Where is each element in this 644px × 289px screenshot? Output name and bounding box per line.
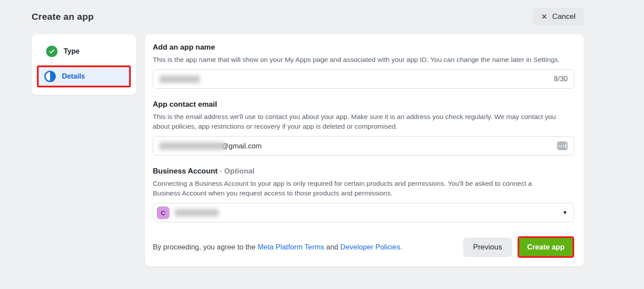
chevron-down-icon: ▼ [562,210,568,216]
half-circle-progress-icon [44,71,56,82]
app-name-section: Add an app name This is the app name tha… [153,43,574,89]
contact-email-input[interactable]: @gmail.com [153,136,574,155]
agreement-prefix: By proceeding, you agree to the [153,243,258,251]
business-account-title-text: Business Account [153,167,218,175]
app-name-redacted-value [159,76,200,83]
steps-sidebar: Type Details [32,34,136,95]
autofill-manager-icon[interactable] [557,141,568,150]
developer-policies-link[interactable]: Developer Policies. [340,243,402,251]
details-form-card: Add an app name This is the app name tha… [145,34,584,267]
meta-platform-terms-link[interactable]: Meta Platform Terms [258,243,324,251]
content-area: Type Details Add an app name This is the… [0,25,644,267]
check-icon [46,46,58,57]
step-details-label: Details [62,72,85,80]
annotation-box-details: Details [37,65,131,87]
app-name-char-counter: 8/30 [554,75,568,83]
step-details[interactable]: Details [39,67,129,86]
agreement-middle: and [324,243,340,251]
create-app-button[interactable]: Create app [519,238,572,256]
email-visible-suffix: @gmail.com [221,142,262,150]
business-account-section: Business Account · Optional Connecting a… [153,167,574,222]
step-type[interactable]: Type [37,46,131,57]
business-account-avatar: C [157,206,169,219]
app-name-description: This is the app name that will show on y… [153,55,574,65]
business-account-optional-label: · Optional [219,167,254,175]
business-account-select[interactable]: C ▼ [153,203,574,222]
top-bar: Create an app ✕ Cancel [0,0,644,25]
app-name-title: Add an app name [153,43,574,52]
previous-button[interactable]: Previous [463,238,512,257]
create-app-page: Create an app ✕ Cancel Type Details [0,0,644,289]
business-account-title: Business Account · Optional [153,167,574,176]
email-redacted-value [159,142,224,150]
business-account-description: Connecting a Business Account to your ap… [153,179,550,198]
form-footer: By proceeding, you agree to the Meta Pla… [153,236,574,258]
cancel-button-label: Cancel [552,12,576,21]
step-type-label: Type [64,47,79,55]
cancel-button[interactable]: ✕ Cancel [533,8,584,25]
close-icon: ✕ [541,13,547,21]
page-title: Create an app [32,11,94,22]
contact-email-title: App contact email [153,100,574,109]
step-connector-dots [51,59,131,64]
agreement-text: By proceeding, you agree to the Meta Pla… [153,243,402,251]
contact-email-description: This is the email address we'll use to c… [153,112,561,131]
footer-actions: Previous Create app [463,236,574,258]
business-account-redacted-value [175,209,219,217]
contact-email-section: App contact email This is the email addr… [153,100,574,155]
annotation-box-create-app: Create app [518,236,574,258]
app-name-input[interactable]: 8/30 [153,69,574,89]
